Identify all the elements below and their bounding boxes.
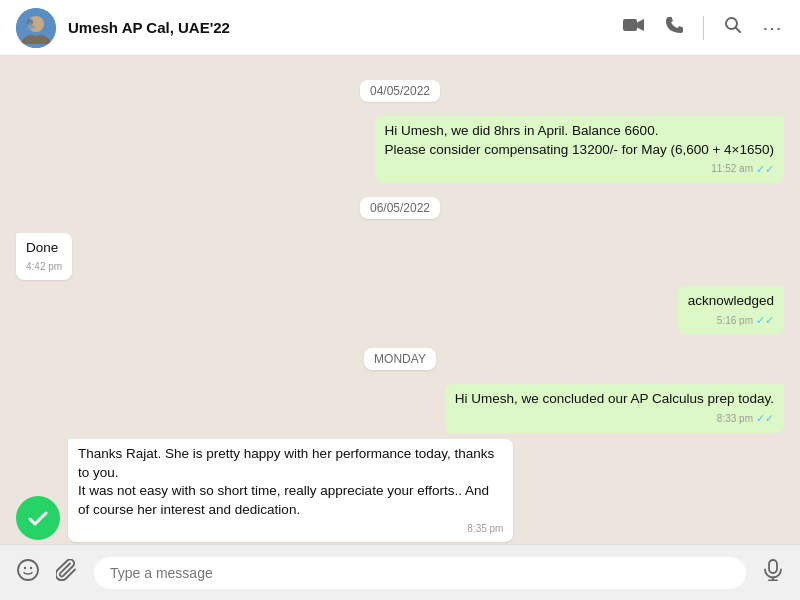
svg-rect-9 <box>769 560 777 573</box>
date-label-monday: MONDAY <box>364 348 436 370</box>
message-bubble: Hi Umesh, we concluded our AP Calculus p… <box>445 384 784 432</box>
svg-line-5 <box>736 28 741 33</box>
header-actions: ⋯ <box>623 16 784 40</box>
contact-name: Umesh AP Cal, UAE'22 <box>68 19 623 36</box>
date-separator-1: 04/05/2022 <box>16 80 784 102</box>
date-separator-2: 06/05/2022 <box>16 197 784 219</box>
message-row: Done 4:42 pm <box>16 233 784 280</box>
message-row-with-icon: Thanks Rajat. She is pretty happy with h… <box>16 439 784 543</box>
more-options-icon[interactable]: ⋯ <box>762 16 784 40</box>
message-time: 8:35 pm <box>467 522 503 536</box>
search-icon[interactable] <box>724 16 742 39</box>
message-footer: 5:16 pm ✓✓ <box>688 313 774 328</box>
message-bubble: Hi Umesh, we did 8hrs in April. Balance … <box>375 116 785 183</box>
message-row: Hi Umesh, we concluded our AP Calculus p… <box>16 384 784 432</box>
emoji-icon[interactable] <box>16 558 40 588</box>
date-label-1: 04/05/2022 <box>360 80 440 102</box>
message-row: acknowledged 5:16 pm ✓✓ <box>16 286 784 334</box>
message-input[interactable] <box>94 557 746 589</box>
message-input-bar <box>0 544 800 600</box>
message-row: Hi Umesh, we did 8hrs in April. Balance … <box>16 116 784 183</box>
message-time: 11:52 am <box>711 162 753 176</box>
chat-header: Umesh AP Cal, UAE'22 ⋯ <box>0 0 800 56</box>
message-footer: 8:35 pm <box>78 522 503 536</box>
message-text: Hi Umesh, we did 8hrs in April. Balance … <box>385 122 775 160</box>
svg-point-8 <box>30 566 32 568</box>
header-divider <box>703 16 704 40</box>
date-separator-monday: MONDAY <box>16 348 784 370</box>
svg-point-6 <box>18 560 38 580</box>
message-ticks: ✓✓ <box>756 411 774 426</box>
message-ticks: ✓✓ <box>756 162 774 177</box>
message-time: 8:33 pm <box>717 412 753 426</box>
message-footer: 8:33 pm ✓✓ <box>455 411 774 426</box>
message-text: Done <box>26 239 62 258</box>
message-time: 4:42 pm <box>26 260 62 274</box>
svg-point-7 <box>24 566 26 568</box>
message-text: acknowledged <box>688 292 774 311</box>
message-time: 5:16 pm <box>717 314 753 328</box>
message-footer: 11:52 am ✓✓ <box>385 162 775 177</box>
avatar[interactable] <box>16 8 56 48</box>
phone-icon[interactable] <box>665 16 683 39</box>
check-circle-icon <box>16 496 60 540</box>
message-ticks: ✓✓ <box>756 313 774 328</box>
attach-icon[interactable] <box>56 559 78 587</box>
video-call-icon[interactable] <box>623 17 645 38</box>
date-label-2: 06/05/2022 <box>360 197 440 219</box>
message-text: Thanks Rajat. She is pretty happy with h… <box>78 445 503 521</box>
svg-rect-3 <box>623 19 637 31</box>
message-footer: 4:42 pm <box>26 260 62 274</box>
microphone-icon[interactable] <box>762 559 784 587</box>
message-text: Hi Umesh, we concluded our AP Calculus p… <box>455 390 774 409</box>
chat-messages: 04/05/2022 Hi Umesh, we did 8hrs in Apri… <box>0 56 800 544</box>
message-bubble: Thanks Rajat. She is pretty happy with h… <box>68 439 513 543</box>
message-bubble: acknowledged 5:16 pm ✓✓ <box>678 286 784 334</box>
message-bubble: Done 4:42 pm <box>16 233 72 280</box>
